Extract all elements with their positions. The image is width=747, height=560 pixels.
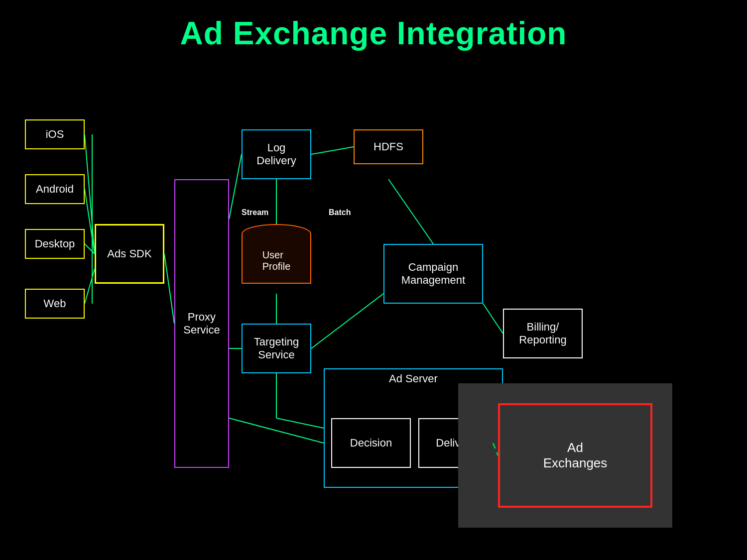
diagram: iOS Android Desktop Web Ads SDK Proxy Se… [15, 80, 732, 545]
cylinder-body: User Profile [242, 234, 311, 284]
hdfs-box: HDFS [354, 129, 423, 164]
campaign-box: Campaign Management [383, 244, 483, 304]
adexchanges-box: Ad Exchanges [498, 403, 652, 508]
android-box: Android [25, 174, 85, 204]
svg-line-8 [229, 418, 324, 443]
svg-line-14 [276, 418, 324, 428]
svg-line-3 [85, 269, 95, 304]
web-box: Web [25, 289, 85, 319]
svg-line-9 [311, 147, 354, 154]
adssdk-box: Ads SDK [95, 224, 164, 284]
svg-line-2 [85, 244, 95, 254]
targeting-box: Targeting Service [242, 324, 311, 373]
desktop-box: Desktop [25, 229, 85, 259]
svg-line-12 [311, 294, 383, 348]
stream-label: Stream [242, 208, 268, 217]
ios-box: iOS [25, 119, 85, 149]
proxy-box: Proxy Service [174, 179, 229, 468]
billing-box: Billing/ Reporting [503, 309, 583, 358]
page-title: Ad Exchange Integration [0, 0, 747, 52]
svg-line-1 [85, 189, 95, 254]
logdelivery-box: Log Delivery [242, 129, 311, 179]
svg-line-15 [483, 304, 503, 334]
svg-line-0 [85, 134, 95, 254]
svg-line-17 [388, 179, 433, 244]
batch-label: Batch [329, 208, 351, 217]
decision-box: Decision [331, 418, 411, 468]
userprofile-cylinder: User Profile [242, 224, 311, 294]
svg-line-5 [164, 254, 174, 324]
svg-line-6 [229, 154, 242, 219]
